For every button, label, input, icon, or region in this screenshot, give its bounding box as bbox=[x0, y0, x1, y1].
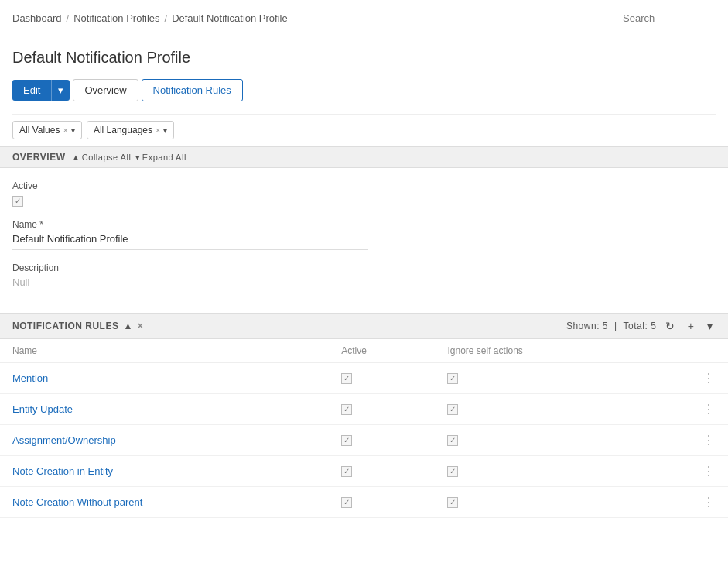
row-actions: ⋮ bbox=[648, 424, 728, 455]
page-title: Default Notification Profile bbox=[12, 49, 716, 67]
active-checkmark: ✓ bbox=[15, 197, 21, 205]
row-action-menu-btn[interactable]: ⋮ bbox=[702, 465, 716, 478]
row-action-menu-btn[interactable]: ⋮ bbox=[702, 434, 716, 447]
table-row: Note Creation Without parent ✓ ✓ ⋮ bbox=[0, 486, 728, 517]
row-ignore-self: ✓ bbox=[435, 455, 648, 486]
row-name: Entity Update bbox=[0, 393, 329, 424]
overview-section-header: OVERVIEW ▲ Collapse All ▾ Expand All bbox=[0, 146, 728, 168]
row-active-checkbox: ✓ bbox=[341, 497, 352, 508]
field-name: Name * Default Notification Profile bbox=[12, 219, 716, 250]
overview-header-actions: ▲ Collapse All ▾ Expand All bbox=[71, 153, 186, 163]
expand-all-arrow: ▾ bbox=[135, 153, 141, 163]
breadcrumb-profiles[interactable]: Notification Profiles bbox=[73, 12, 159, 24]
row-ignore-self-checkbox: ✓ bbox=[447, 497, 458, 508]
search-input[interactable] bbox=[623, 12, 716, 24]
row-action-menu-btn[interactable]: ⋮ bbox=[702, 496, 716, 509]
row-name: Assignment/Ownership bbox=[0, 424, 329, 455]
name-label: Name * bbox=[12, 219, 716, 230]
notif-close-btn[interactable]: × bbox=[138, 321, 144, 331]
breadcrumb-sep-1: / bbox=[67, 12, 70, 24]
name-value: Default Notification Profile bbox=[12, 233, 368, 250]
notif-more-btn[interactable]: ▾ bbox=[704, 318, 716, 334]
row-actions: ⋮ bbox=[648, 455, 728, 486]
notif-add-btn[interactable]: + bbox=[685, 318, 698, 334]
row-active-checkbox: ✓ bbox=[341, 466, 352, 477]
row-ignore-self: ✓ bbox=[435, 424, 648, 455]
col-actions bbox=[648, 339, 728, 363]
row-link[interactable]: Note Creation in Entity bbox=[12, 465, 113, 477]
filter-all-values-close[interactable]: × bbox=[63, 125, 67, 135]
filter-all-values[interactable]: All Values × ▾ bbox=[12, 121, 82, 139]
notif-header-left: NOTIFICATION RULES ▲ × bbox=[12, 321, 143, 331]
filter-all-values-label: All Values bbox=[19, 125, 60, 135]
row-link[interactable]: Entity Update bbox=[12, 403, 73, 415]
row-name: Note Creation in Entity bbox=[0, 455, 329, 486]
edit-button-group[interactable]: Edit ▾ bbox=[12, 80, 70, 101]
row-ignore-self: ✓ bbox=[435, 486, 648, 517]
row-active-checkbox: ✓ bbox=[341, 435, 352, 446]
breadcrumb: Dashboard / Notification Profiles / Defa… bbox=[12, 12, 288, 24]
edit-button-label[interactable]: Edit bbox=[12, 80, 52, 101]
filter-all-languages-arrow[interactable]: ▾ bbox=[163, 126, 167, 135]
expand-all-btn[interactable]: ▾ Expand All bbox=[135, 153, 186, 163]
notif-shown-count: Shown: 5 bbox=[566, 321, 608, 331]
tab-notification-rules[interactable]: Notification Rules bbox=[142, 79, 243, 101]
row-active: ✓ bbox=[329, 362, 435, 393]
row-name: Mention bbox=[0, 362, 329, 393]
row-action-menu-btn[interactable]: ⋮ bbox=[702, 403, 716, 416]
overview-section: Active ✓ Name * Default Notification Pro… bbox=[12, 168, 716, 313]
table-row: Note Creation in Entity ✓ ✓ ⋮ bbox=[0, 455, 728, 486]
table-row: Assignment/Ownership ✓ ✓ ⋮ bbox=[0, 424, 728, 455]
filter-all-languages[interactable]: All Languages × ▾ bbox=[87, 121, 175, 139]
active-label: Active bbox=[12, 180, 716, 191]
row-active-checkbox: ✓ bbox=[341, 373, 352, 384]
description-value: Null bbox=[12, 276, 716, 288]
row-active: ✓ bbox=[329, 424, 435, 455]
table-header-row: Name Active Ignore self actions bbox=[0, 339, 728, 363]
notification-rules-section: NOTIFICATION RULES ▲ × Shown: 5 | Total:… bbox=[0, 313, 728, 518]
notif-header-right: Shown: 5 | Total: 5 ↻ + ▾ bbox=[566, 318, 716, 334]
row-ignore-self-checkbox: ✓ bbox=[447, 404, 458, 415]
page-content: Default Notification Profile Edit ▾ Over… bbox=[0, 36, 728, 518]
breadcrumb-dashboard[interactable]: Dashboard bbox=[12, 12, 62, 24]
row-ignore-self: ✓ bbox=[435, 393, 648, 424]
row-action-menu-btn[interactable]: ⋮ bbox=[702, 372, 716, 385]
notification-rules-table: Name Active Ignore self actions Mention … bbox=[0, 339, 728, 518]
notif-section-header: NOTIFICATION RULES ▲ × Shown: 5 | Total:… bbox=[0, 313, 728, 339]
row-ignore-self-checkbox: ✓ bbox=[447, 435, 458, 446]
filter-all-languages-close[interactable]: × bbox=[156, 125, 160, 135]
col-ignore-self: Ignore self actions bbox=[435, 339, 648, 363]
overview-header-label: OVERVIEW bbox=[12, 152, 65, 163]
notif-refresh-btn[interactable]: ↻ bbox=[662, 318, 678, 334]
row-ignore-self: ✓ bbox=[435, 362, 648, 393]
notif-header-label: NOTIFICATION RULES bbox=[12, 321, 118, 331]
collapse-all-btn[interactable]: ▲ Collapse All bbox=[71, 153, 131, 162]
row-active: ✓ bbox=[329, 486, 435, 517]
breadcrumb-current: Default Notification Profile bbox=[172, 12, 288, 24]
table-row: Entity Update ✓ ✓ ⋮ bbox=[0, 393, 728, 424]
active-checkbox: ✓ bbox=[12, 196, 23, 207]
row-link[interactable]: Assignment/Ownership bbox=[12, 434, 116, 446]
description-label: Description bbox=[12, 262, 716, 273]
notif-collapse-arrow[interactable]: ▲ bbox=[123, 321, 132, 331]
search-area[interactable] bbox=[610, 0, 716, 36]
notif-total-count: Total: 5 bbox=[624, 321, 657, 331]
row-link[interactable]: Mention bbox=[12, 372, 48, 384]
field-active: Active ✓ bbox=[12, 180, 716, 207]
edit-dropdown-arrow[interactable]: ▾ bbox=[52, 80, 70, 101]
row-ignore-self-checkbox: ✓ bbox=[447, 466, 458, 477]
filter-all-languages-label: All Languages bbox=[94, 125, 152, 135]
col-name: Name bbox=[0, 339, 329, 363]
row-link[interactable]: Note Creation Without parent bbox=[12, 496, 142, 508]
field-description: Description Null bbox=[12, 262, 716, 288]
filter-all-values-arrow[interactable]: ▾ bbox=[71, 126, 75, 135]
row-active: ✓ bbox=[329, 393, 435, 424]
row-active-checkbox: ✓ bbox=[341, 404, 352, 415]
row-name: Note Creation Without parent bbox=[0, 486, 329, 517]
expand-all-label: Expand All bbox=[142, 153, 186, 162]
toolbar: Edit ▾ Overview Notification Rules bbox=[12, 79, 716, 101]
col-active: Active bbox=[329, 339, 435, 363]
filter-bar: All Values × ▾ All Languages × ▾ bbox=[12, 114, 716, 146]
tab-overview[interactable]: Overview bbox=[73, 79, 138, 101]
collapse-all-arrow: ▲ bbox=[71, 153, 80, 162]
